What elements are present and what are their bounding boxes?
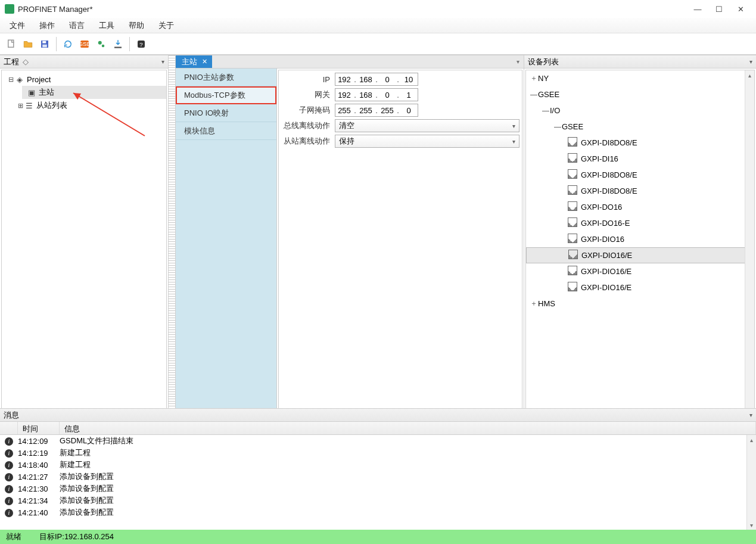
- device-vendor-ny[interactable]: ＋NY: [526, 70, 754, 86]
- refresh-icon[interactable]: [60, 36, 76, 52]
- ip-octet[interactable]: 0: [400, 106, 418, 115]
- menu-operate[interactable]: 操作: [32, 18, 62, 33]
- ip-octet[interactable]: 0: [378, 91, 396, 100]
- message-row[interactable]: i14:21:34添加设备到配置: [0, 495, 756, 506]
- menu-file[interactable]: 文件: [2, 18, 32, 33]
- side-tab-module-info[interactable]: 模块信息: [176, 122, 276, 140]
- minimize-button[interactable]: —: [687, 1, 708, 17]
- message-text: 新建工程: [60, 459, 91, 470]
- message-time: 14:12:09: [18, 437, 60, 446]
- menu-tools[interactable]: 工具: [92, 18, 122, 33]
- device-vendor-hms[interactable]: ＋HMS: [526, 296, 754, 312]
- master-icon: ▣: [27, 88, 36, 97]
- scroll-up-icon[interactable]: ▴: [745, 70, 754, 80]
- device-icon: [568, 217, 581, 229]
- message-row[interactable]: i14:21:40添加设备到配置: [0, 506, 756, 518]
- ip-input[interactable]: 192. 168. 0. 10: [335, 73, 418, 86]
- device-vendor-gsee[interactable]: —GSEE: [526, 86, 754, 102]
- help-icon[interactable]: ?: [133, 36, 149, 52]
- device-item[interactable]: GXPI-DIO16/E: [526, 263, 754, 279]
- expand-icon[interactable]: ⊞: [16, 102, 24, 110]
- scrollbar[interactable]: ▴ ▾: [746, 435, 756, 530]
- device-item[interactable]: GXPI-DIO16/E: [526, 279, 754, 296]
- side-tab-pnio-io[interactable]: PNIO IO映射: [176, 104, 276, 122]
- message-row[interactable]: i14:21:27添加设备到配置: [0, 471, 756, 483]
- device-item[interactable]: GXPI-DIO16: [526, 231, 754, 247]
- panel-collapse-icon[interactable]: ▾: [749, 58, 752, 65]
- tree-label: 从站列表: [36, 100, 67, 111]
- maximize-button[interactable]: ☐: [708, 1, 730, 17]
- collapse-icon[interactable]: ⊟: [7, 76, 15, 83]
- tab-dropdown-icon[interactable]: ▾: [512, 55, 524, 68]
- message-row[interactable]: i14:21:30添加设备到配置: [0, 483, 756, 495]
- menu-language[interactable]: 语言: [62, 18, 92, 33]
- device-item[interactable]: GXPI-DI8DO8/E: [526, 167, 754, 183]
- gsd-icon[interactable]: GSD: [77, 36, 92, 52]
- message-row[interactable]: i14:12:09GSDML文件扫描结束: [0, 435, 756, 447]
- ip-octet[interactable]: 10: [400, 75, 418, 84]
- tab-master[interactable]: 主站 ✕: [176, 55, 212, 68]
- ip-octet[interactable]: 1: [400, 91, 418, 100]
- slave-offline-select[interactable]: 保持: [335, 135, 519, 148]
- device-item[interactable]: GXPI-DO16-E: [526, 215, 754, 231]
- tree-slaves[interactable]: ⊞ ☰ 从站列表: [11, 99, 166, 112]
- device-group-gsee[interactable]: —GSEE: [526, 119, 754, 135]
- ip-octet[interactable]: 192: [335, 91, 353, 100]
- device-item[interactable]: GXPI-DI16: [526, 151, 754, 167]
- device-item[interactable]: GXPI-DO16: [526, 199, 754, 215]
- device-icon: [568, 153, 581, 164]
- device-icon: [568, 137, 581, 148]
- device-label: GXPI-DO16: [581, 203, 622, 212]
- device-label: GXPI-DIO16/E: [581, 251, 632, 260]
- message-text: 添加设备到配置: [60, 507, 114, 518]
- ip-octet[interactable]: 168: [357, 75, 375, 84]
- tree-root-project[interactable]: ⊟ ◈ Project: [2, 73, 166, 86]
- ip-octet[interactable]: 255: [357, 106, 375, 115]
- tree-label: GSEE: [562, 122, 583, 131]
- open-folder-icon[interactable]: [20, 36, 36, 52]
- svg-rect-2: [42, 41, 46, 43]
- new-file-icon[interactable]: [4, 36, 19, 52]
- menu-help[interactable]: 帮助: [122, 18, 151, 33]
- scroll-up-icon[interactable]: ▴: [747, 435, 756, 444]
- menu-about[interactable]: 关于: [151, 18, 181, 33]
- bus-offline-select[interactable]: 清空: [335, 119, 519, 132]
- scroll-down-icon[interactable]: ▾: [747, 520, 756, 530]
- col-info: 信息: [60, 422, 756, 434]
- side-tab-modbus-tcp[interactable]: Modbus-TCP参数: [176, 86, 276, 104]
- panel-collapse-icon[interactable]: ▾: [749, 412, 752, 418]
- tree-label: HMS: [538, 299, 555, 308]
- project-panel-title: 工程: [4, 57, 19, 67]
- mask-input[interactable]: 255. 255. 255. 0: [335, 104, 418, 117]
- ip-octet[interactable]: 168: [357, 91, 375, 100]
- message-row[interactable]: i14:12:19新建工程: [0, 447, 756, 459]
- gears-icon[interactable]: [94, 36, 109, 52]
- svg-text:GSD: GSD: [79, 41, 90, 47]
- panel-collapse-icon[interactable]: ▾: [161, 58, 164, 65]
- ip-label: IP: [281, 75, 332, 84]
- device-item[interactable]: GXPI-DIO16/E: [526, 247, 754, 263]
- side-tab-pnio-params[interactable]: PNIO主站参数: [176, 69, 276, 86]
- scrollbar[interactable]: ▴ ▾: [745, 70, 754, 442]
- ip-octet[interactable]: 0: [378, 75, 396, 84]
- tree-master[interactable]: ▣ 主站: [22, 86, 166, 99]
- device-item[interactable]: GXPI-DI8DO8/E: [526, 183, 754, 199]
- close-tab-icon[interactable]: ✕: [202, 58, 207, 66]
- message-text: 新建工程: [60, 447, 91, 458]
- device-item[interactable]: GXPI-DI8DO8/E: [526, 135, 754, 151]
- svg-rect-0: [8, 40, 14, 47]
- close-button[interactable]: ✕: [730, 1, 751, 17]
- ip-octet[interactable]: 192: [335, 75, 353, 84]
- toolbar: GSD ?: [0, 33, 756, 55]
- message-row[interactable]: i14:18:40新建工程: [0, 459, 756, 471]
- message-panel: 消息 ▾ 时间 信息 i14:12:09GSDML文件扫描结束i14:12:19…: [0, 408, 756, 530]
- gateway-input[interactable]: 192. 168. 0. 1: [335, 88, 418, 101]
- message-panel-title: 消息: [4, 410, 19, 421]
- ip-octet[interactable]: 255: [335, 106, 353, 115]
- download-icon[interactable]: [110, 36, 126, 52]
- device-category-io[interactable]: —I/O: [526, 102, 754, 119]
- project-panel-header: 工程 ◇ ▾: [0, 55, 168, 69]
- save-icon[interactable]: [37, 36, 52, 52]
- ip-octet[interactable]: 255: [378, 106, 396, 115]
- tree-label: Project: [27, 75, 51, 84]
